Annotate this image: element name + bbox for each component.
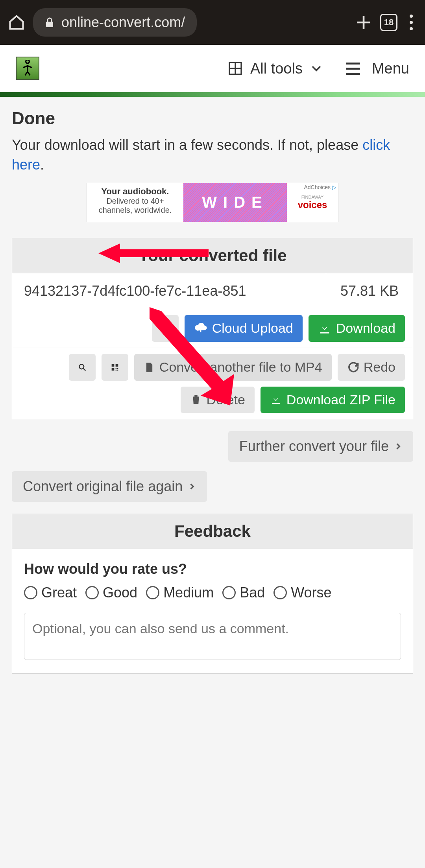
download-label: Download bbox=[336, 321, 395, 336]
further-convert-label: Further convert your file bbox=[239, 438, 389, 455]
primary-action-row: Cloud Upload Download bbox=[12, 309, 413, 348]
convert-again-button[interactable]: Convert original file again bbox=[12, 471, 207, 502]
url-text: online-convert.com/ bbox=[61, 14, 185, 31]
rating-option-worse[interactable]: Worse bbox=[273, 584, 331, 601]
cloud-upload-label: Cloud Upload bbox=[212, 321, 293, 336]
chevron-right-icon bbox=[188, 483, 196, 490]
rating-option-good[interactable]: Good bbox=[85, 584, 137, 601]
svg-rect-11 bbox=[115, 364, 118, 367]
delete-button[interactable]: Delete bbox=[181, 387, 255, 413]
menu-label[interactable]: Menu bbox=[372, 60, 409, 77]
tertiary-actions: Further convert your file Convert origin… bbox=[0, 431, 425, 514]
qr-button-small[interactable] bbox=[152, 315, 179, 342]
feedback-title: Feedback bbox=[12, 514, 413, 549]
delete-label: Delete bbox=[207, 392, 245, 407]
site-header: All tools Menu bbox=[0, 45, 425, 92]
radio-icon bbox=[273, 586, 287, 599]
download-zip-button[interactable]: Download ZIP File bbox=[261, 387, 405, 413]
ad-banner[interactable]: Your audiobook. Delivered to 40+ channel… bbox=[87, 183, 338, 222]
secondary-action-row: Convert another file to MP4 Redo Delete … bbox=[12, 348, 413, 419]
more-menu-icon[interactable] bbox=[405, 14, 417, 31]
browser-bar: online-convert.com/ 18 bbox=[0, 0, 425, 45]
redo-button[interactable]: Redo bbox=[338, 354, 405, 381]
rating-option-great[interactable]: Great bbox=[24, 584, 77, 601]
converted-panel-title: Your converted file bbox=[12, 238, 413, 273]
svg-rect-0 bbox=[46, 22, 53, 27]
redo-label: Redo bbox=[364, 359, 395, 375]
rating-option-medium[interactable]: Medium bbox=[146, 584, 214, 601]
rating-option-bad[interactable]: Bad bbox=[222, 584, 265, 601]
all-tools-label: All tools bbox=[250, 60, 303, 77]
svg-rect-3 bbox=[166, 325, 168, 328]
search-button[interactable] bbox=[69, 354, 96, 381]
lock-icon bbox=[45, 17, 54, 28]
download-zip-label: Download ZIP File bbox=[286, 392, 395, 407]
chevron-right-icon bbox=[394, 442, 402, 450]
svg-rect-10 bbox=[111, 364, 114, 367]
file-size: 57.81 KB bbox=[326, 273, 413, 309]
converted-file-panel: Your converted file 94132137-7d4fc100-fe… bbox=[12, 238, 413, 419]
svg-rect-14 bbox=[117, 368, 118, 369]
page-title: Done bbox=[12, 109, 413, 128]
url-bar[interactable]: online-convert.com/ bbox=[33, 8, 197, 37]
radio-icon bbox=[85, 586, 99, 599]
svg-rect-12 bbox=[111, 368, 114, 370]
feedback-panel: Feedback How would you rate us? Great Go… bbox=[12, 514, 413, 674]
svg-rect-5 bbox=[166, 329, 167, 330]
comment-input[interactable] bbox=[24, 613, 401, 660]
radio-icon bbox=[146, 586, 159, 599]
color-stripe bbox=[0, 92, 425, 97]
qr-button-large[interactable] bbox=[102, 354, 128, 381]
new-tab-icon[interactable] bbox=[355, 14, 372, 31]
svg-rect-16 bbox=[117, 370, 118, 371]
svg-rect-4 bbox=[162, 329, 164, 332]
hamburger-icon[interactable] bbox=[346, 63, 360, 75]
download-message: Your download will start in a few second… bbox=[12, 135, 413, 175]
convert-another-button[interactable]: Convert another file to MP4 bbox=[134, 354, 332, 381]
file-row: 94132137-7d4fc100-fe7c-11ea-851 57.81 KB bbox=[12, 273, 413, 309]
cloud-upload-button[interactable]: Cloud Upload bbox=[185, 315, 303, 342]
chevron-down-icon bbox=[310, 63, 322, 74]
svg-point-9 bbox=[79, 364, 84, 369]
svg-rect-7 bbox=[166, 331, 167, 332]
radio-icon bbox=[222, 586, 236, 599]
ad-center: WIDE bbox=[183, 183, 287, 222]
adchoices-label[interactable]: AdChoices ▷ bbox=[304, 184, 336, 190]
download-button[interactable]: Download bbox=[309, 315, 405, 342]
svg-rect-6 bbox=[168, 329, 169, 330]
site-logo[interactable] bbox=[16, 57, 39, 80]
convert-another-label: Convert another file to MP4 bbox=[159, 359, 322, 375]
svg-rect-15 bbox=[115, 370, 116, 371]
svg-rect-2 bbox=[162, 325, 164, 328]
rating-radio-group: Great Good Medium Bad Worse bbox=[24, 584, 401, 601]
svg-rect-8 bbox=[168, 331, 169, 332]
tab-count-button[interactable]: 18 bbox=[380, 14, 397, 31]
all-tools-dropdown[interactable]: All tools bbox=[228, 60, 322, 77]
tab-count-value: 18 bbox=[384, 17, 394, 28]
further-convert-button[interactable]: Further convert your file bbox=[228, 431, 413, 462]
feedback-question: How would you rate us? bbox=[24, 561, 401, 577]
ad-text-left: Your audiobook. Delivered to 40+ channel… bbox=[87, 183, 183, 222]
svg-rect-13 bbox=[115, 368, 116, 369]
file-name: 94132137-7d4fc100-fe7c-11ea-851 bbox=[12, 273, 326, 309]
convert-again-label: Convert original file again bbox=[23, 478, 183, 495]
grid-icon bbox=[228, 61, 242, 76]
radio-icon bbox=[24, 586, 37, 599]
home-icon[interactable] bbox=[8, 14, 25, 31]
